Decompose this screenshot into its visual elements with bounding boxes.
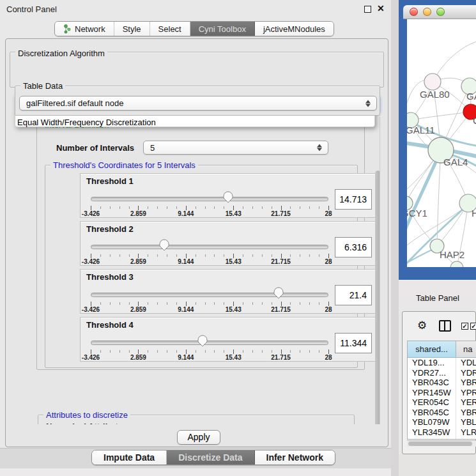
table-cell: YLR345W: [408, 427, 456, 438]
threshold-label: Threshold 2: [86, 224, 134, 234]
table-row[interactable]: YIL052CYIL0: [408, 437, 476, 439]
table-row[interactable]: YBL079WYBL0: [408, 417, 476, 427]
table-hscrollbar[interactable]: [407, 440, 476, 447]
table-row[interactable]: YBR043CYBR0: [408, 378, 476, 388]
tab-impute-data[interactable]: Impute Data: [92, 450, 167, 464]
table-cell: YDL19...: [408, 358, 456, 368]
group-label: Table Data: [20, 81, 65, 91]
checkbox-icon-1[interactable]: ✓: [461, 323, 468, 330]
node-label: HAP2: [440, 249, 464, 260]
tick-label: -3.426: [82, 354, 100, 361]
tab-style[interactable]: Style: [114, 22, 150, 36]
tab-select[interactable]: Select: [150, 22, 190, 36]
tick-label: 15.43: [226, 258, 242, 265]
top-tab-bar: Network Style Select Cyni Toolbox jActiv…: [54, 21, 334, 36]
table-data-combobox[interactable]: galFiltered.sif default node: [19, 96, 377, 111]
threshold-slider[interactable]: [91, 245, 328, 249]
threshold-1-panel: Threshold 1 -3.4262.8599.14415.4321.7152…: [80, 173, 376, 218]
threshold-value-field[interactable]: 21.4: [335, 285, 372, 305]
checkbox-icon-2[interactable]: ✓: [470, 323, 476, 330]
slider-thumb[interactable]: [197, 335, 208, 347]
column-header-name[interactable]: na: [456, 341, 476, 357]
table-row[interactable]: YDR27...YDR2: [408, 368, 476, 378]
table-cell: YPR145W: [408, 388, 456, 398]
apply-button[interactable]: Apply: [177, 430, 220, 445]
slider-tick-labels: -3.4262.8599.14415.4321.71528: [91, 258, 328, 265]
table-cell: YBL0: [456, 417, 476, 427]
tab-label: jActiveMNodules: [263, 24, 325, 34]
table-row[interactable]: YPR145WYPR1: [408, 388, 476, 398]
tab-label: Network: [75, 24, 105, 34]
tick-label: 28: [325, 306, 332, 313]
slider-thumb[interactable]: [223, 191, 233, 203]
network-canvas[interactable]: GAL80 GA C GAL11 GAL4 GCY1 H HAP2: [407, 19, 476, 267]
close-window-icon[interactable]: [410, 8, 418, 16]
node-table-body: YDL19...YDL1YDR27...YDR2YBR043CYBR0YPR14…: [408, 358, 476, 439]
table-header: shared... na: [408, 341, 476, 358]
threshold-slider[interactable]: [91, 341, 328, 345]
tick-label: 9.144: [178, 210, 194, 217]
tab-discretize-data[interactable]: Discretize Data: [167, 450, 254, 464]
table-settings-gear-icon[interactable]: ⚙: [417, 320, 427, 331]
tick-label: 28: [325, 354, 332, 361]
dropdown-item-equal-width[interactable]: Equal Width/Frequency Discretization: [15, 117, 374, 128]
network-icon: [63, 24, 72, 34]
tick-label: -3.426: [82, 306, 100, 313]
node-label: GAL4: [443, 157, 468, 167]
threshold-value-field[interactable]: 11.344: [335, 333, 372, 353]
column-layout-icon[interactable]: [439, 320, 451, 332]
column-header-shared-name[interactable]: shared...: [408, 341, 456, 357]
slider-thumb[interactable]: [273, 287, 284, 299]
table-cell: YIL0: [456, 437, 476, 439]
table-cell: YBL079W: [408, 417, 456, 427]
threshold-slider[interactable]: [91, 197, 328, 201]
network-window-titlebar[interactable]: [403, 5, 476, 19]
threshold-slider[interactable]: [91, 293, 328, 297]
table-cell: YLR3: [456, 427, 476, 438]
table-row[interactable]: YBR045CYBR0: [408, 408, 476, 418]
close-panel-icon[interactable]: ✕: [377, 3, 385, 13]
float-panel-icon[interactable]: [364, 6, 371, 13]
minimize-window-icon[interactable]: [423, 8, 431, 16]
node-label: C: [473, 115, 476, 126]
tab-infer-network[interactable]: Infer Network: [255, 450, 335, 464]
tick-label: 21.715: [271, 210, 291, 217]
table-row[interactable]: YLR345WYLR3: [408, 427, 476, 438]
thresholds-group: Threshold's Coordinates for 5 Intervals …: [45, 165, 358, 368]
table-row[interactable]: YDL19...YDL1: [408, 358, 476, 368]
node-label: GA: [466, 91, 476, 102]
tick-label: -3.426: [82, 258, 100, 265]
tick-label: 15.43: [226, 306, 242, 313]
node-attribute-table: shared... na YDL19...YDL1YDR27...YDR2YBR…: [407, 341, 476, 440]
threshold-value-field[interactable]: 6.316: [335, 237, 372, 257]
bottom-tab-bar: Impute Data Discretize Data Infer Networ…: [91, 450, 335, 465]
tick-label: 21.715: [271, 258, 291, 265]
group-label: Discretization Algorithm: [15, 49, 107, 58]
group-label: Attributes to discretize: [43, 410, 130, 420]
tick-label: 21.715: [271, 354, 291, 361]
table-hscrollbar-thumb[interactable]: [408, 441, 472, 446]
combobox-value: galFiltered.sif default node: [26, 98, 123, 108]
threshold-label: Threshold 1: [86, 176, 134, 186]
panel-scrollbar-thumb[interactable]: [375, 171, 380, 424]
tick-label: 28: [325, 210, 332, 217]
threshold-2-panel: Threshold 2 -3.4262.8599.14415.4321.7152…: [80, 221, 376, 266]
tab-network[interactable]: Network: [55, 22, 114, 36]
tab-cyni-toolbox[interactable]: Cyni Toolbox: [190, 22, 255, 36]
zoom-window-icon[interactable]: [436, 8, 445, 16]
panel-divider[interactable]: [391, 0, 399, 476]
slider-thumb[interactable]: [159, 239, 169, 251]
num-intervals-combobox[interactable]: 5: [143, 141, 328, 155]
threshold-value-field[interactable]: 14.713: [335, 189, 372, 210]
table-row[interactable]: YER054CYER0: [408, 397, 476, 408]
tick-label: 2.859: [130, 306, 146, 313]
slider-tick-labels: -3.4262.8599.14415.4321.71528: [91, 354, 328, 361]
tab-jactivemnodules[interactable]: jActiveMNodules: [255, 22, 334, 36]
node-gal80[interactable]: [424, 73, 441, 90]
tick-label: 21.715: [271, 306, 291, 313]
table-cell: YDL1: [456, 358, 476, 368]
threshold-4-panel: Threshold 4 -3.4262.8599.14415.4321.7152…: [80, 317, 376, 362]
table-cell: YDR2: [456, 368, 476, 378]
cyni-toolbox-panel: Discretization Algorithm Select algorith…: [5, 38, 388, 447]
table-cell: YER054C: [408, 397, 456, 408]
